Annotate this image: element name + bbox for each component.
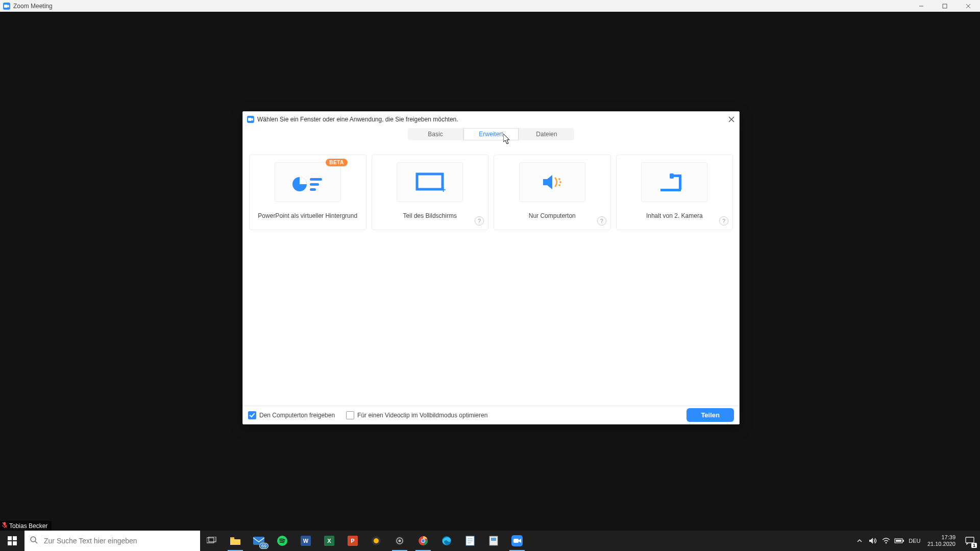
svg-rect-20 <box>660 189 681 191</box>
mic-muted-icon <box>2 522 7 530</box>
svg-point-28 <box>31 537 36 542</box>
tray-language-indicator[interactable]: DEU <box>906 531 923 551</box>
system-tray: DEU 17:39 21.10.2020 1 <box>853 531 980 551</box>
share-button[interactable]: Teilen <box>687 408 734 422</box>
svg-rect-60 <box>896 540 901 542</box>
svg-rect-2 <box>943 4 947 8</box>
dialog-footer: Den Computerton freigeben Für einen Vide… <box>243 406 739 424</box>
option-label: Nur Computerton <box>529 212 576 219</box>
windows-taskbar: 69 W X P <box>0 531 980 551</box>
tray-date: 21.10.2020 <box>927 541 955 547</box>
tray-volume-icon[interactable] <box>866 531 879 551</box>
svg-point-19 <box>558 184 560 186</box>
app-excel[interactable]: X <box>317 531 341 551</box>
speaker-icon <box>519 162 585 202</box>
app-powerpoint[interactable]: P <box>341 531 364 551</box>
svg-rect-12 <box>310 178 322 181</box>
checkbox-label: Für einen Videoclip im Vollbildmodus opt… <box>357 412 487 419</box>
mail-badge: 69 <box>259 543 268 549</box>
zoom-window-titlebar: Zoom Meeting <box>0 0 980 12</box>
svg-rect-21 <box>679 176 681 190</box>
svg-text:W: W <box>303 538 309 544</box>
app-edge[interactable] <box>435 531 458 551</box>
app-chrome[interactable] <box>411 531 435 551</box>
svg-rect-8 <box>248 118 252 121</box>
beta-badge: BETA <box>326 159 347 166</box>
svg-rect-15 <box>417 174 443 189</box>
svg-rect-23 <box>670 173 674 179</box>
svg-text:+: + <box>441 185 446 193</box>
app-zoom[interactable] <box>505 531 529 551</box>
app-notepad[interactable] <box>458 531 482 551</box>
svg-text:P: P <box>351 538 354 544</box>
search-icon <box>30 536 38 546</box>
option-label: Inhalt von 2. Kamera <box>646 212 703 219</box>
svg-point-45 <box>399 540 401 542</box>
tray-wifi-icon[interactable] <box>879 531 893 551</box>
option-powerpoint-virtual-bg[interactable]: BETA PowerPoint als virtueller Hintergru… <box>249 155 366 230</box>
checkbox-share-computer-audio[interactable]: Den Computerton freigeben <box>248 411 335 419</box>
app-mail[interactable]: 69 <box>247 531 271 551</box>
option-portion-of-screen[interactable]: + Teil des Bildschirms ? <box>372 155 489 230</box>
svg-rect-62 <box>966 537 974 543</box>
share-screen-dialog: Wählen Sie ein Fenster oder eine Anwendu… <box>242 111 740 424</box>
dialog-close-button[interactable] <box>727 115 736 124</box>
notification-count-badge: 1 <box>971 543 977 548</box>
checkbox-label: Den Computerton freigeben <box>259 412 335 419</box>
svg-rect-32 <box>230 537 234 539</box>
option-computer-audio[interactable]: Nur Computerton ? <box>494 155 611 230</box>
document-camera-icon <box>641 162 707 202</box>
svg-rect-27 <box>13 541 17 545</box>
svg-rect-61 <box>903 540 904 542</box>
tray-battery-icon[interactable] <box>893 531 906 551</box>
svg-point-42 <box>374 538 379 543</box>
svg-text:X: X <box>327 538 331 544</box>
svg-point-48 <box>422 539 425 542</box>
taskbar-search[interactable] <box>24 531 200 551</box>
app-word[interactable]: W <box>294 531 317 551</box>
tab-basic[interactable]: Basic <box>408 128 463 140</box>
participant-name-text: Tobias Becker <box>9 522 47 530</box>
dialog-header: Wählen Sie ein Fenster oder eine Anwendu… <box>243 112 739 127</box>
powerpoint-slides-icon: BETA <box>275 162 341 202</box>
option-second-camera[interactable]: Inhalt von 2. Kamera ? <box>616 155 733 230</box>
svg-rect-55 <box>491 538 496 541</box>
svg-rect-25 <box>13 536 17 540</box>
svg-point-18 <box>559 181 561 183</box>
share-options-grid: BETA PowerPoint als virtueller Hintergru… <box>243 140 739 230</box>
app-generic-1[interactable] <box>364 531 388 551</box>
app-obs[interactable] <box>388 531 411 551</box>
option-label: Teil des Bildschirms <box>403 212 457 219</box>
share-tabs: Basic Erweitert Dateien <box>243 128 739 140</box>
svg-line-29 <box>35 541 37 543</box>
app-generic-2[interactable] <box>482 531 505 551</box>
app-file-explorer[interactable] <box>224 531 247 551</box>
start-button[interactable] <box>0 531 24 551</box>
checkbox-optimize-video[interactable]: Für einen Videoclip im Vollbildmodus opt… <box>346 411 487 419</box>
help-icon[interactable]: ? <box>597 216 606 226</box>
taskbar-pinned-apps: 69 W X P <box>200 531 529 551</box>
option-label: PowerPoint als virtueller Hintergrund <box>258 212 357 219</box>
tab-files[interactable]: Dateien <box>519 128 574 140</box>
task-view-button[interactable] <box>200 531 224 551</box>
tray-overflow-button[interactable] <box>853 531 866 551</box>
tray-clock[interactable]: 17:39 21.10.2020 <box>923 534 960 547</box>
tray-action-center-button[interactable]: 1 <box>960 531 980 551</box>
svg-rect-57 <box>513 539 519 543</box>
screen-portion-icon: + <box>397 162 463 202</box>
window-close-button[interactable] <box>957 0 980 12</box>
svg-rect-24 <box>8 536 12 540</box>
tray-time: 17:39 <box>941 534 955 541</box>
svg-point-17 <box>558 178 560 180</box>
window-title: Zoom Meeting <box>13 3 53 10</box>
taskbar-search-input[interactable] <box>43 536 188 545</box>
svg-rect-13 <box>310 183 319 186</box>
window-minimize-button[interactable] <box>910 0 933 12</box>
help-icon[interactable]: ? <box>719 216 728 226</box>
app-spotify[interactable] <box>271 531 294 551</box>
window-maximize-button[interactable] <box>933 0 957 12</box>
zoom-app-icon <box>3 3 10 10</box>
svg-rect-14 <box>310 188 316 191</box>
tab-advanced[interactable]: Erweitert <box>463 128 519 140</box>
help-icon[interactable]: ? <box>475 216 484 226</box>
